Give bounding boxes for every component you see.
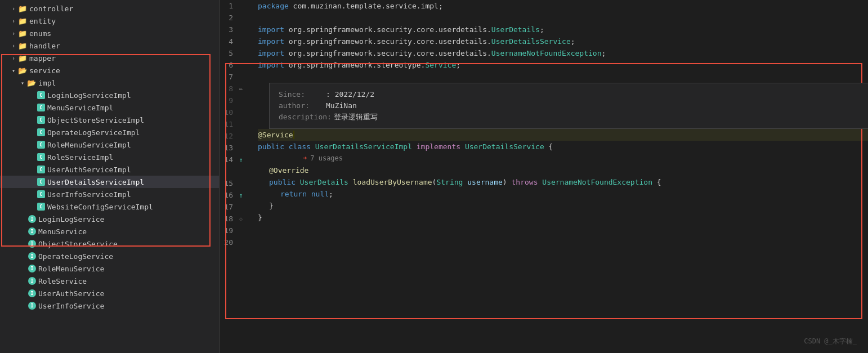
line-number: 3 (220, 24, 235, 35)
class-c-icon: C (37, 91, 45, 99)
line-number: 4 (220, 35, 235, 47)
folder-icon: 📁 (18, 53, 27, 62)
interface-icon: I (28, 227, 36, 235)
folder-open-icon: 📂 (27, 78, 36, 87)
sidebar-item-UserInfoServiceImpl[interactable]: C UserInfoServiceImpl (0, 188, 219, 200)
class-c-icon: C (37, 203, 45, 211)
code-line-4: import org.springframework.security.core… (258, 35, 868, 47)
class-c-icon: C (37, 166, 45, 173)
sidebar-item-RoleMenuServiceImpl[interactable]: C RoleMenuServiceImpl (0, 138, 219, 151)
chevron-icon (9, 41, 18, 50)
sidebar-item-label: UserInfoService (38, 302, 104, 310)
code-line-19: } (258, 212, 868, 224)
tooltip-author-value: MuZiNan (326, 100, 357, 111)
sidebar-item-label: WebsiteConfigServiceImpl (47, 203, 153, 211)
line-number: 15 (220, 177, 235, 189)
line-number: 1 (220, 0, 235, 12)
sidebar-item-OperateLogService[interactable]: I OperateLogService (0, 250, 219, 262)
chevron-icon (9, 16, 18, 25)
chevron-icon (18, 78, 27, 87)
sidebar-item-controller[interactable]: 📁 controller (0, 2, 219, 15)
sidebar-item-label: UserAuthService (38, 289, 104, 298)
sidebar-item-label: entity (29, 17, 56, 25)
sidebar-item-UserInfoService[interactable]: I UserInfoService (0, 300, 219, 312)
line-number: 11 (220, 118, 235, 130)
class-c-icon: C (37, 178, 45, 186)
sidebar-item-label: MenuService (38, 227, 87, 236)
code-line-13: @Service (258, 129, 868, 141)
line-number: 7 (220, 71, 235, 83)
interface-icon: I (28, 215, 36, 223)
sidebar-item-UserAuthService[interactable]: I UserAuthService (0, 287, 219, 300)
class-c-icon: C (37, 190, 45, 198)
tooltip-desc-row: description: 登录逻辑重写 (279, 111, 868, 123)
class-c-icon: C (37, 153, 45, 161)
line-number: 17 (220, 201, 235, 213)
sidebar-item-label: LoginLogService (38, 215, 104, 224)
line-gutter: ✏ (235, 85, 247, 92)
line-number: 16 (220, 189, 235, 201)
sidebar-item-label: UserAuthServiceImpl (47, 166, 131, 174)
sidebar-item-MenuServiceImpl[interactable]: C MenuServiceImpl (0, 101, 219, 114)
sidebar-item-label: handler (29, 42, 60, 50)
sidebar-item-service[interactable]: 📂 service (0, 64, 219, 77)
usages-label: 7 usages (310, 153, 343, 164)
sidebar-item-mapper[interactable]: 📁 mapper (0, 52, 219, 64)
sidebar-item-label: UserDetailsServiceImpl (47, 178, 144, 186)
line-number: 8 (220, 83, 235, 95)
sidebar-item-UserAuthServiceImpl[interactable]: C UserAuthServiceImpl (0, 163, 219, 176)
sidebar-item-label: RoleMenuServiceImpl (47, 141, 131, 149)
interface-icon: I (28, 302, 36, 310)
sidebar-item-handler[interactable]: 📁 handler (0, 39, 219, 52)
file-tree: 📁 controller 📁 entity 📁 enums 📁 handler … (0, 0, 220, 353)
sidebar-item-label: enums (29, 29, 51, 38)
chevron-icon (9, 29, 18, 38)
code-line-2 (258, 12, 868, 24)
line-gutter: ↑ (235, 191, 247, 199)
chevron-icon (9, 66, 18, 75)
sidebar-item-label: OperateLogServiceImpl (47, 128, 140, 137)
sidebar-item-ObjectStoreServiceImpl[interactable]: C ObjectStoreServiceImpl (0, 114, 219, 126)
line-number: 13 (220, 142, 235, 154)
line-number: 6 (220, 59, 235, 71)
watermark: CSDN @_木字楠_ (804, 337, 857, 346)
sidebar-item-label: ObjectStoreServiceImpl (47, 116, 144, 124)
line-number: 19 (220, 225, 235, 236)
sidebar-item-impl[interactable]: 📂 impl (0, 77, 219, 89)
folder-icon: 📁 (18, 4, 27, 13)
javadoc-tooltip: Since: : 2022/12/2 author: MuZiNan descr… (269, 83, 868, 129)
interface-icon: I (28, 277, 36, 285)
sidebar-item-label: service (29, 66, 60, 75)
tooltip-since-row: Since: : 2022/12/2 (279, 89, 868, 100)
folder-open-icon: 📂 (18, 66, 27, 75)
class-c-icon: C (37, 116, 45, 124)
sidebar-item-OperateLogServiceImpl[interactable]: C OperateLogServiceImpl (0, 126, 219, 138)
line-gutter: ↑ (235, 156, 247, 164)
code-line-5: import org.springframework.security.core… (258, 47, 868, 59)
tooltip-author-row: author: MuZiNan (279, 100, 868, 111)
sidebar-item-RoleServiceImpl[interactable]: C RoleServiceImpl (0, 151, 219, 163)
sidebar-item-RoleService[interactable]: I RoleService (0, 275, 219, 287)
sidebar-item-MenuService[interactable]: I MenuService (0, 225, 219, 238)
interface-icon: I (28, 265, 36, 272)
line-number: 10 (220, 106, 235, 118)
sidebar-item-UserDetailsServiceImpl[interactable]: C UserDetailsServiceImpl (0, 176, 219, 188)
interface-icon: I (28, 240, 36, 248)
code-editor: 1 2 3 4 5 6 7 (220, 0, 868, 353)
sidebar-item-label: MenuServiceImpl (47, 104, 113, 112)
folder-icon: 📁 (18, 29, 27, 38)
folder-icon: 📁 (18, 41, 27, 50)
sidebar-item-entity[interactable]: 📁 entity (0, 15, 219, 27)
sidebar-item-LoginLogService[interactable]: I LoginLogService (0, 213, 219, 225)
line-number: 2 (220, 12, 235, 24)
sidebar-item-label: RoleServiceImpl (47, 153, 113, 162)
sidebar-item-RoleMenuService[interactable]: I RoleMenuService (0, 262, 219, 275)
line-gutter: ◇ (235, 216, 247, 222)
sidebar-item-WebsiteConfigServiceImpl[interactable]: C WebsiteConfigServiceImpl (0, 200, 219, 213)
sidebar-item-LoginLogServiceImpl[interactable]: C LoginLogServiceImpl (0, 89, 219, 101)
chevron-icon (9, 4, 18, 13)
code-line-14: public class UserDetailsServiceImpl impl… (258, 141, 868, 153)
sidebar-item-ObjectStoreService[interactable]: I ObjectStoreService (0, 238, 219, 250)
code-line-16: public UserDetails loadUserByUsername(St… (258, 176, 868, 188)
sidebar-item-enums[interactable]: 📁 enums (0, 27, 219, 39)
